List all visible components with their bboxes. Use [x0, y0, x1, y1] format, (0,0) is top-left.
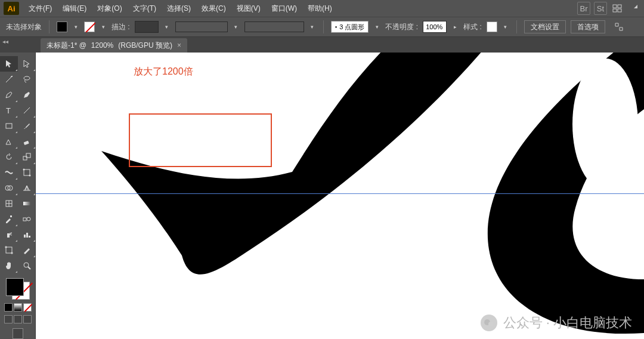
svg-rect-19 [10, 215, 12, 217]
document-tab[interactable]: 未标题-1* @ 1200% (RGB/GPU 预览) × [41, 38, 187, 53]
menu-bar: Ai 文件(F) 编辑(E) 对象(O) 文字(T) 选择(S) 效果(C) 视… [0, 0, 644, 17]
stroke-weight-dropdown[interactable]: ▾ [163, 21, 171, 32]
svg-point-21 [27, 217, 30, 221]
color-mode-none[interactable] [23, 303, 32, 312]
selection-tool[interactable] [0, 56, 18, 72]
stock-icon[interactable]: St [594, 2, 607, 15]
stroke-dropdown[interactable]: ▾ [100, 21, 107, 32]
svg-rect-20 [23, 218, 26, 221]
svg-point-5 [24, 76, 30, 80]
opacity-label: 不透明度 : [385, 22, 418, 32]
menu-type[interactable]: 文字(T) [128, 1, 161, 16]
preferences-button[interactable]: 首选项 [571, 20, 605, 33]
artboard-tool[interactable] [0, 242, 18, 258]
fill-box[interactable] [6, 278, 24, 296]
annotation-text: 放大了1200倍 [134, 66, 193, 78]
zoom-tool[interactable] [18, 258, 36, 273]
style-dropdown[interactable]: ▾ [502, 21, 509, 32]
opacity-field[interactable]: 100% [423, 21, 447, 33]
svg-point-27 [24, 263, 29, 267]
style-label: 样式 : [463, 22, 482, 32]
brush-definition-combo[interactable]: ● 3 点圆形 [331, 21, 369, 33]
shaper-tool[interactable] [0, 134, 18, 149]
svg-rect-24 [26, 233, 28, 238]
perspective-grid-tool[interactable] [18, 180, 36, 196]
menu-object[interactable]: 对象(O) [92, 1, 126, 16]
eraser-tool[interactable] [18, 134, 36, 149]
panel-collapse-icon[interactable]: ◂◂ [2, 38, 8, 45]
menu-effect[interactable]: 效果(C) [197, 1, 231, 16]
tab-row: ◂◂ 未标题-1* @ 1200% (RGB/GPU 预览) × [0, 37, 644, 53]
column-graph-tool[interactable] [18, 227, 36, 242]
color-mode-solid[interactable] [4, 303, 13, 312]
horizontal-guide[interactable] [36, 193, 644, 194]
menu-edit[interactable]: 编辑(E) [58, 1, 91, 16]
brush-preview-dropdown[interactable]: ▾ [309, 21, 316, 32]
svg-rect-2 [613, 9, 617, 12]
fill-dropdown[interactable]: ▾ [72, 21, 79, 32]
menu-view[interactable]: 视图(V) [232, 1, 265, 16]
svg-point-31 [488, 322, 493, 326]
eyedropper-tool[interactable] [0, 211, 18, 227]
canvas[interactable]: 放大了1200倍 公众号 · 小白电脑技术 [36, 53, 644, 339]
lasso-tool[interactable] [18, 72, 36, 87]
stroke-profile[interactable] [175, 21, 228, 32]
hand-tool[interactable] [0, 258, 18, 273]
paintbrush-tool[interactable] [18, 118, 36, 134]
mesh-tool[interactable] [0, 196, 18, 211]
scale-tool[interactable] [18, 149, 36, 165]
draw-behind[interactable] [14, 315, 22, 323]
bridge-icon[interactable]: Br [577, 2, 590, 15]
brush-definition-label: 3 点圆形 [339, 23, 364, 32]
svg-rect-18 [23, 202, 30, 205]
free-transform-tool[interactable] [18, 165, 36, 180]
stroke-weight-field[interactable] [135, 21, 159, 33]
slice-tool[interactable] [18, 242, 36, 258]
blend-tool[interactable] [18, 211, 36, 227]
brush-preview[interactable] [244, 21, 304, 32]
pen-tool[interactable] [0, 87, 18, 103]
svg-point-13 [23, 169, 25, 171]
svg-rect-23 [24, 235, 26, 238]
fill-stroke-control[interactable] [5, 277, 31, 301]
fill-swatch[interactable] [57, 21, 67, 32]
draw-normal[interactable] [4, 315, 13, 323]
direct-selection-tool[interactable] [18, 56, 36, 72]
rectangle-tool[interactable] [0, 118, 18, 134]
svg-point-14 [29, 175, 31, 177]
draw-inside[interactable] [23, 315, 32, 323]
width-tool[interactable] [0, 165, 18, 180]
svg-rect-26 [6, 247, 12, 253]
stroke-profile-dropdown[interactable]: ▾ [233, 21, 240, 32]
arrange-docs-icon[interactable] [611, 2, 624, 15]
color-mode-gradient[interactable] [14, 303, 22, 312]
document-setup-button[interactable]: 文档设置 [524, 20, 566, 33]
annotation-rectangle [129, 113, 272, 167]
line-tool[interactable] [18, 103, 36, 118]
svg-line-7 [24, 107, 30, 113]
gradient-tool[interactable] [18, 196, 36, 211]
shape-builder-tool[interactable] [0, 180, 18, 196]
watermark: 公众号 · 小白电脑技术 [481, 314, 632, 332]
gpu-icon[interactable] [627, 2, 640, 15]
menu-file[interactable]: 文件(F) [24, 1, 57, 16]
type-tool[interactable]: T [0, 103, 18, 118]
stroke-label: 描边 : [112, 22, 130, 32]
rotate-tool[interactable] [0, 149, 18, 165]
style-swatch[interactable] [487, 21, 497, 32]
curvature-tool[interactable] [18, 87, 36, 103]
menu-window[interactable]: 窗口(W) [267, 1, 302, 16]
align-pixel-icon[interactable] [612, 20, 626, 33]
menu-help[interactable]: 帮助(H) [303, 1, 337, 16]
opacity-dropdown[interactable]: ▸ [451, 21, 459, 32]
magic-wand-tool[interactable] [0, 72, 18, 87]
screen-mode[interactable] [13, 328, 23, 339]
menu-select[interactable]: 选择(S) [162, 1, 196, 16]
tab-close-icon[interactable]: × [177, 41, 181, 50]
symbol-sprayer-tool[interactable] [0, 227, 18, 242]
watermark-text: 公众号 · 小白电脑技术 [503, 314, 632, 332]
brush-definition-dropdown[interactable]: ▾ [373, 21, 380, 32]
stroke-swatch[interactable] [84, 21, 95, 32]
svg-rect-0 [613, 5, 617, 8]
svg-rect-3 [618, 9, 621, 12]
